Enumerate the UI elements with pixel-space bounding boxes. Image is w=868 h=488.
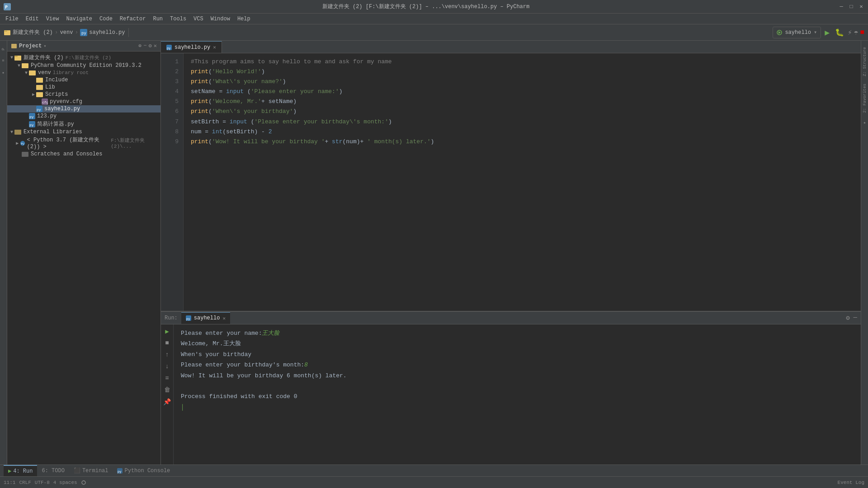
menu-help[interactable]: Help: [234, 15, 254, 23]
panel-locate-button[interactable]: ⊕: [138, 42, 142, 49]
panel-collapse-button[interactable]: −: [143, 42, 146, 49]
menu-navigate[interactable]: Navigate: [62, 15, 96, 23]
run-config-dropdown[interactable]: sayhello ▾: [773, 27, 821, 38]
python-icon-37: Py: [20, 140, 25, 146]
menu-tools[interactable]: Tools: [166, 15, 190, 23]
run-config-arrow: ▾: [814, 29, 817, 36]
project-panel-title: Project ▾: [11, 43, 46, 49]
tree-detail-venv: library root: [53, 70, 89, 75]
panel-settings-button[interactable]: ⚙: [149, 42, 152, 49]
status-line-ending[interactable]: CRLF: [19, 480, 31, 485]
menu-refactor[interactable]: Refactor: [116, 15, 150, 23]
tree-item-include[interactable]: Include: [7, 76, 160, 84]
svg-rect-13: [36, 78, 43, 83]
python-console-bottom-tab[interactable]: py Python Console: [113, 465, 175, 476]
run-minimize-icon[interactable]: ─: [854, 314, 857, 322]
status-position[interactable]: 11:1: [4, 480, 15, 485]
profile-button[interactable]: ⚡: [848, 28, 852, 37]
tree-item-scratches[interactable]: Scratches and Consoles: [7, 150, 160, 158]
menu-run[interactable]: Run: [149, 15, 166, 23]
project-tree: ▼ 新建文件夹 (2) F:\新建文件夹 (2) ▼ PyCharm Commu…: [7, 52, 160, 465]
run-bottom-tab-icon: ▶: [8, 468, 11, 474]
sidebar-tab-project[interactable]: P: [0, 44, 7, 54]
svg-text:cfg: cfg: [42, 100, 48, 104]
tree-item-lib[interactable]: Lib: [7, 84, 160, 91]
run-bottom-tab-label: 4: Run: [13, 468, 33, 474]
breadcrumb-project[interactable]: 新建文件夹 (2): [13, 28, 53, 36]
run-tab-sayhello[interactable]: py sayhello ✕: [181, 312, 230, 324]
menu-file[interactable]: File: [2, 15, 22, 23]
right-tab-favorites[interactable]: 2: Favorites: [862, 81, 868, 116]
sidebar-tab-structure[interactable]: ≡: [0, 56, 7, 65]
breadcrumb-venv[interactable]: venv: [60, 29, 73, 36]
project-icon: [11, 43, 17, 49]
tree-label-scratches: Scratches and Consoles: [31, 151, 102, 157]
project-title-arrow[interactable]: ▾: [43, 43, 46, 49]
toolbar-sep: [128, 28, 129, 37]
sidebar-tab-fav[interactable]: ★: [0, 67, 7, 79]
close-button[interactable]: ✕: [858, 4, 864, 10]
right-tab-structure[interactable]: Z: Structure: [862, 44, 868, 79]
run-output-line-1: Please enter your name:王大脸: [181, 328, 854, 338]
tree-item-calculator[interactable]: py 简易计算器.py: [7, 120, 160, 128]
menu-window[interactable]: Window: [207, 15, 234, 23]
py-icon-sayhello: py: [36, 106, 42, 112]
terminal-bottom-tab[interactable]: ⬛ Terminal: [69, 465, 113, 476]
editor-tab-sayhello[interactable]: py sayhello.py ✕: [161, 41, 222, 53]
run-output: Please enter your name:王大脸 Welcome, Mr.王…: [174, 324, 861, 465]
tree-item-python37[interactable]: ▶ Py < Python 3.7 (新建文件夹 (2)) > F:\新建文件夹…: [7, 136, 160, 150]
run-play-button[interactable]: ▶: [162, 326, 172, 336]
panel-hide-button[interactable]: ✕: [154, 42, 157, 49]
tab-close-button[interactable]: ✕: [213, 44, 216, 50]
maximize-button[interactable]: □: [848, 4, 854, 10]
run-bottom-tab[interactable]: ▶ 4: Run: [4, 465, 37, 476]
minimize-button[interactable]: ─: [838, 4, 844, 10]
run-stop-button[interactable]: ■: [162, 338, 172, 348]
tree-label-123py: 123.py: [37, 113, 57, 119]
run-side-toolbar: ▶ ■ ↑ ↓ ≡ 🗑 📌: [161, 324, 174, 465]
tree-item-root[interactable]: ▼ 新建文件夹 (2) F:\新建文件夹 (2): [7, 53, 160, 62]
run-settings-icon[interactable]: ⚙: [846, 314, 849, 322]
project-title-label: Project: [19, 43, 42, 49]
tree-item-ext-libs[interactable]: ▼ External Libraries: [7, 128, 160, 136]
svg-rect-24: [14, 130, 21, 135]
run-pin-button[interactable]: 📌: [162, 397, 172, 407]
status-indent[interactable]: 4 spaces: [53, 480, 77, 485]
code-area[interactable]: #This program aims to say hello to me an…: [184, 53, 861, 311]
run-button[interactable]: ▶: [823, 28, 831, 38]
run-output-line-3: When's your birthday: [181, 349, 854, 360]
coverage-button[interactable]: ☂: [854, 28, 859, 37]
right-tab-star[interactable]: ★: [863, 117, 867, 128]
tree-label-pycharm: PyCharm Community Edition 2019.3.2: [31, 62, 142, 69]
todo-bottom-tab[interactable]: 6: TODO: [37, 465, 69, 476]
run-label: Run:: [165, 315, 178, 321]
svg-text:py: py: [37, 108, 41, 112]
stop-button[interactable]: ■: [860, 28, 864, 37]
run-wrap-button[interactable]: ≡: [162, 373, 172, 383]
status-encoding[interactable]: UTF-8: [35, 480, 50, 485]
tree-item-pyvenv[interactable]: cfg pyvenv.cfg: [7, 98, 160, 105]
run-tab-close-button[interactable]: ✕: [222, 315, 226, 321]
run-tab-label: sayhello: [194, 315, 220, 321]
run-scroll-up-button[interactable]: ↑: [162, 350, 172, 360]
tree-item-pycharm[interactable]: ▼ PyCharm Community Edition 2019.3.2: [7, 62, 160, 69]
code-editor[interactable]: 12345 6789 #This program aims to say hel…: [161, 53, 861, 311]
breadcrumb-file[interactable]: sayhello.py: [89, 29, 125, 36]
menu-code[interactable]: Code: [96, 15, 116, 23]
menu-vcs[interactable]: VCS: [190, 15, 207, 23]
menu-edit[interactable]: Edit: [22, 15, 42, 23]
tree-item-venv[interactable]: ▼ venv library root: [7, 69, 160, 76]
tree-item-sayhello[interactable]: py sayhello.py: [7, 105, 160, 113]
debug-button[interactable]: 🐛: [833, 28, 846, 37]
code-line-3: print('What\'s your name?'): [191, 77, 854, 87]
menu-view[interactable]: View: [42, 15, 63, 23]
tree-label-include: Include: [45, 77, 68, 83]
breadcrumb-sep1: ›: [55, 29, 58, 36]
tree-item-123py[interactable]: py 123.py: [7, 113, 160, 120]
folder-icon-lib: [36, 84, 43, 90]
py-icon-calculator: py: [29, 121, 35, 127]
run-clear-button[interactable]: 🗑: [162, 385, 172, 395]
event-log-label[interactable]: Event Log: [838, 480, 864, 485]
tree-item-scripts[interactable]: ▶ Scripts: [7, 91, 160, 98]
run-scroll-down-button[interactable]: ↓: [162, 361, 172, 371]
